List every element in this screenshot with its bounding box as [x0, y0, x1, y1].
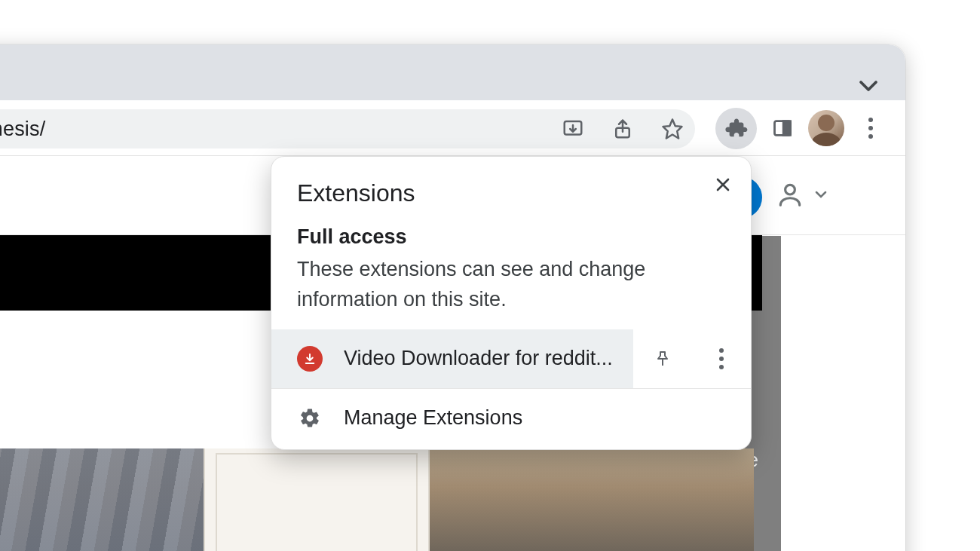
address-bar[interactable]: oa/gizmo_doing_battle_with_his_archnemes… — [0, 109, 695, 148]
share-icon[interactable] — [608, 118, 638, 140]
tablist-chevron-down-icon[interactable] — [857, 75, 880, 97]
tab-strip — [0, 44, 905, 100]
extension-more-button[interactable] — [692, 329, 751, 388]
svg-rect-4 — [783, 121, 790, 136]
video-thumbnail[interactable] — [0, 448, 754, 551]
svg-point-5 — [786, 185, 795, 194]
extensions-popup: Extensions Full access These extensions … — [271, 156, 752, 450]
full-access-heading: Full access — [297, 225, 725, 249]
chevron-down-icon — [812, 185, 830, 207]
pin-extension-button[interactable] — [633, 329, 692, 388]
user-menu[interactable] — [776, 180, 830, 212]
profile-avatar[interactable] — [808, 110, 844, 146]
bookmark-star-icon[interactable] — [657, 118, 688, 140]
install-pwa-icon[interactable] — [558, 118, 588, 140]
browser-toolbar: oa/gizmo_doing_battle_with_his_archnemes… — [0, 100, 905, 156]
close-button[interactable] — [709, 170, 737, 199]
svg-marker-2 — [663, 120, 682, 139]
extension-item-name: Video Downloader for reddit... — [344, 347, 613, 370]
gear-icon — [297, 406, 323, 431]
manage-extensions-button[interactable]: Manage Extensions — [271, 389, 751, 449]
user-icon — [776, 180, 804, 212]
manage-extensions-label: Manage Extensions — [344, 406, 522, 430]
extension-item-icon — [297, 346, 323, 372]
side-panel-icon[interactable] — [761, 107, 804, 150]
extensions-title: Extensions — [297, 179, 725, 207]
browser-menu-button[interactable] — [849, 107, 892, 150]
url-text: oa/gizmo_doing_battle_with_his_archnemes… — [0, 118, 45, 141]
full-access-description: These extensions can see and change info… — [297, 255, 725, 315]
extensions-button[interactable] — [715, 108, 757, 149]
extension-row: Video Downloader for reddit... — [271, 329, 751, 389]
extension-item[interactable]: Video Downloader for reddit... — [271, 329, 633, 388]
